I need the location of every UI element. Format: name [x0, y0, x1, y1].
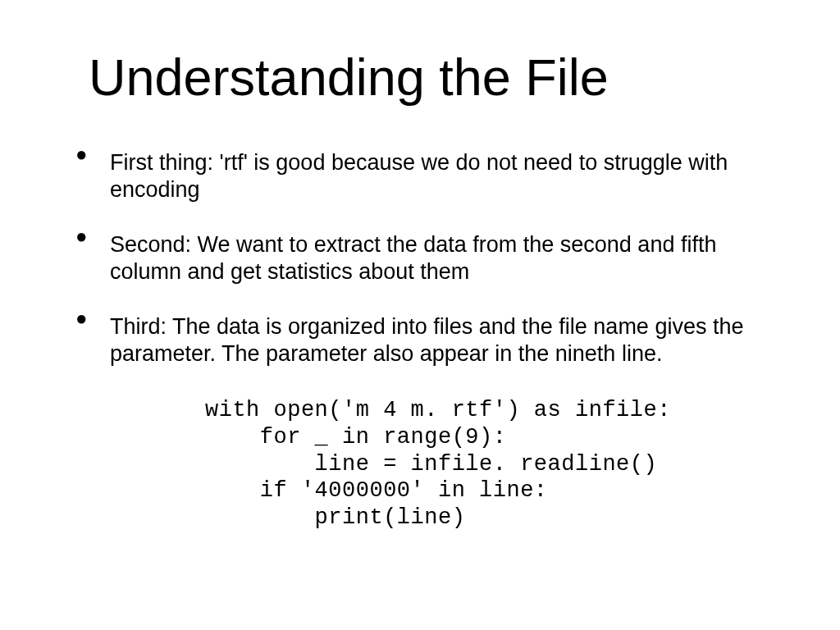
- bullet-text: First thing: 'rtf' is good because we do…: [110, 150, 728, 202]
- bullet-list: First thing: 'rtf' is good because we do…: [0, 107, 840, 368]
- bullet-text: Second: We want to extract the data from…: [110, 232, 716, 284]
- bullet-text: Third: The data is organized into files …: [110, 314, 743, 366]
- slide: Understanding the File First thing: 'rtf…: [0, 0, 840, 630]
- bullet-item: Third: The data is organized into files …: [71, 313, 791, 368]
- bullet-item: First thing: 'rtf' is good because we do…: [71, 149, 791, 203]
- bullet-item: Second: We want to extract the data from…: [71, 231, 791, 285]
- slide-title: Understanding the File: [0, 0, 840, 107]
- code-block: with open('m 4 m. rtf') as infile: for _…: [0, 395, 840, 532]
